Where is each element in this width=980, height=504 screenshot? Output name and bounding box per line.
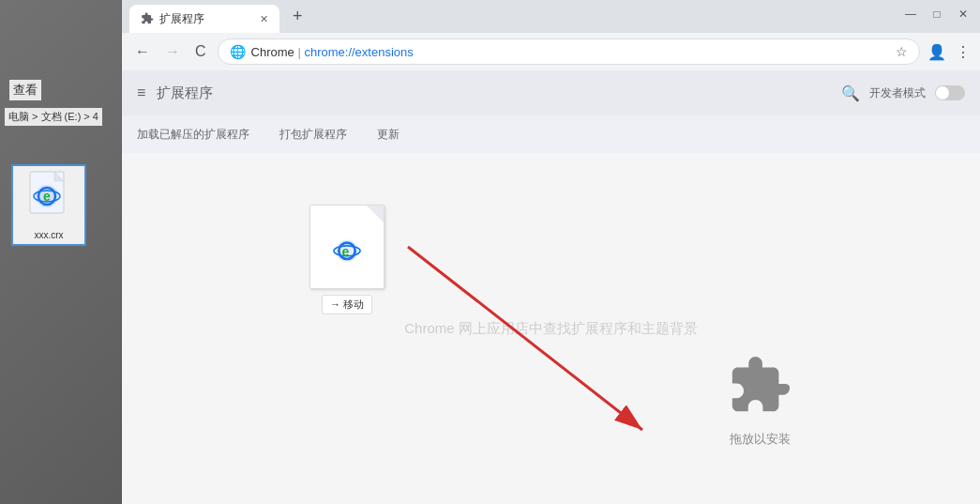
pack-extension-button[interactable]: 打包扩展程序 bbox=[279, 123, 347, 146]
dragged-file-card: e → 移动 bbox=[309, 205, 384, 289]
extensions-title: 扩展程序 bbox=[157, 84, 213, 102]
search-icon[interactable]: 🔍 bbox=[841, 84, 860, 102]
left-file-panel: 查看 电脑 > 文档 (E:) > 4 e xxx.crx bbox=[0, 0, 122, 504]
hamburger-menu-icon[interactable]: ≡ bbox=[137, 84, 145, 101]
drop-label: 拖放以安装 bbox=[727, 431, 792, 448]
view-label: 查看 bbox=[9, 80, 41, 100]
back-button[interactable]: ← bbox=[131, 41, 154, 62]
account-icon[interactable]: 👤 bbox=[927, 43, 946, 61]
move-label: → 移动 bbox=[322, 295, 372, 314]
toggle-knob bbox=[936, 86, 949, 99]
globe-icon: 🌐 bbox=[230, 44, 246, 59]
dragged-ie-icon: e bbox=[323, 222, 371, 271]
chrome-window: 扩展程序 ✕ + — □ ✕ ← → C 🌐 Chrome | chrome:/… bbox=[122, 0, 980, 504]
update-button[interactable]: 更新 bbox=[377, 123, 400, 146]
svg-text:e: e bbox=[342, 244, 350, 259]
ie-file-icon-graphic: e bbox=[21, 170, 77, 226]
ext-toolbar: 加载已解压的扩展程序 打包扩展程序 更新 bbox=[122, 115, 980, 153]
forward-button[interactable]: → bbox=[161, 41, 184, 62]
new-tab-button[interactable]: + bbox=[287, 7, 309, 26]
url-chrome-label: Chrome bbox=[251, 45, 294, 59]
more-menu-icon[interactable]: ⋮ bbox=[956, 43, 971, 61]
url-path: chrome://extensions bbox=[304, 45, 413, 59]
svg-text:e: e bbox=[43, 189, 51, 204]
minimize-button[interactable]: — bbox=[903, 8, 918, 21]
tab-label: 扩展程序 bbox=[159, 11, 204, 27]
breadcrumb: 电脑 > 文档 (E:) > 4 bbox=[5, 108, 102, 126]
url-bar[interactable]: 🌐 Chrome | chrome://extensions ☆ bbox=[218, 38, 920, 65]
dragged-file-icon: e → 移动 bbox=[309, 205, 394, 289]
left-panel-bg bbox=[0, 0, 122, 504]
ext-header-right: 🔍 开发者模式 bbox=[841, 84, 965, 102]
reload-button[interactable]: C bbox=[191, 41, 210, 62]
puzzle-drop-icon bbox=[727, 354, 792, 420]
dev-mode-label: 开发者模式 bbox=[869, 85, 926, 101]
tab-puzzle-icon bbox=[141, 12, 154, 25]
watermark-text: Chrome 网上应用店中查找扩展程序和主题背景 bbox=[404, 317, 698, 340]
browser-tab[interactable]: 扩展程序 ✕ bbox=[129, 5, 279, 33]
extensions-header: ≡ 扩展程序 🔍 开发者模式 bbox=[122, 70, 980, 115]
url-text: Chrome | chrome://extensions bbox=[251, 45, 890, 59]
crx-file-icon[interactable]: e xxx.crx bbox=[11, 164, 86, 246]
dev-mode-toggle[interactable] bbox=[935, 85, 965, 100]
file-name-label: xxx.crx bbox=[17, 230, 81, 240]
load-unpacked-button[interactable]: 加载已解压的扩展程序 bbox=[137, 123, 249, 146]
address-bar-right: 👤 ⋮ bbox=[927, 43, 971, 61]
tab-close-button[interactable]: ✕ bbox=[260, 13, 268, 25]
window-controls: — □ ✕ bbox=[903, 8, 971, 21]
maximize-button[interactable]: □ bbox=[929, 8, 944, 21]
watermark-line1: Chrome 网上应用店中查找扩展程序和主题背景 bbox=[404, 320, 698, 336]
drop-target: 拖放以安装 bbox=[727, 354, 792, 448]
close-button[interactable]: ✕ bbox=[956, 8, 971, 21]
ie-icon-svg: e bbox=[26, 170, 71, 215]
main-content: Chrome 网上应用店中查找扩展程序和主题背景 e → 移动 拖放以安装 bbox=[122, 153, 980, 504]
title-bar: 扩展程序 ✕ + — □ ✕ bbox=[122, 0, 980, 33]
address-bar: ← → C 🌐 Chrome | chrome://extensions ☆ 👤… bbox=[122, 33, 980, 70]
bookmark-icon[interactable]: ☆ bbox=[896, 44, 908, 59]
